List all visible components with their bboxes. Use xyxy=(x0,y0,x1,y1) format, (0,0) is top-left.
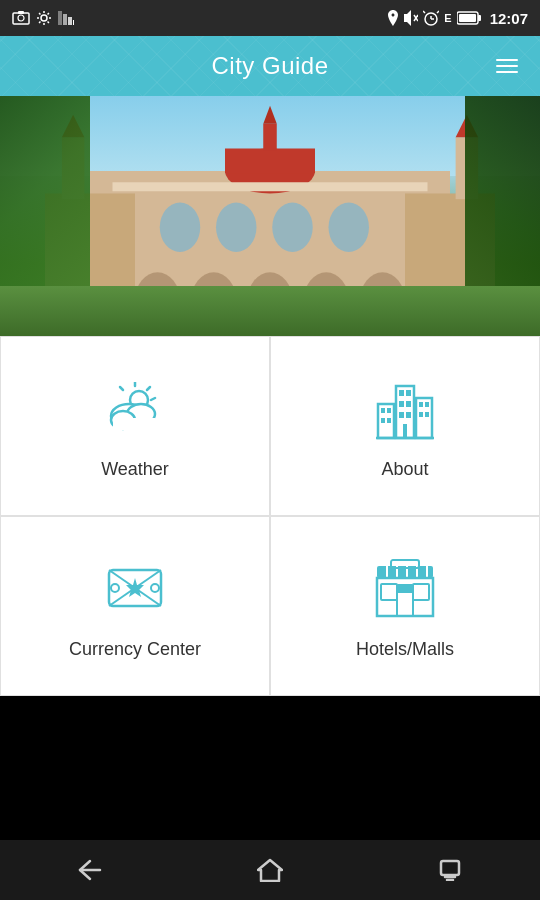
svg-point-24 xyxy=(329,203,370,253)
hero-image xyxy=(0,96,540,336)
svg-rect-55 xyxy=(406,401,411,407)
svg-rect-60 xyxy=(419,402,423,407)
ground xyxy=(0,286,540,336)
about-menu-item[interactable]: About xyxy=(270,336,540,516)
svg-rect-59 xyxy=(416,398,432,438)
svg-rect-81 xyxy=(397,584,413,592)
svg-line-38 xyxy=(147,387,150,390)
svg-point-70 xyxy=(151,584,159,592)
home-button[interactable] xyxy=(245,845,295,895)
svg-rect-52 xyxy=(399,390,404,396)
svg-rect-57 xyxy=(406,412,411,418)
settings-icon xyxy=(36,10,52,26)
app-title: City Guide xyxy=(211,52,328,80)
app-header: City Guide xyxy=(0,36,540,96)
network-type: E xyxy=(444,12,451,24)
svg-rect-14 xyxy=(478,15,481,21)
svg-rect-50 xyxy=(387,418,391,423)
svg-marker-68 xyxy=(126,578,144,597)
about-label: About xyxy=(381,459,428,480)
back-button[interactable] xyxy=(65,845,115,895)
weather-label: Weather xyxy=(101,459,169,480)
svg-rect-53 xyxy=(406,390,411,396)
svg-point-23 xyxy=(272,203,313,253)
svg-rect-6 xyxy=(68,17,72,25)
svg-rect-62 xyxy=(419,412,423,417)
clock-time: 12:07 xyxy=(490,10,528,27)
svg-marker-84 xyxy=(258,860,282,881)
weather-menu-item[interactable]: Weather xyxy=(0,336,270,516)
svg-point-69 xyxy=(111,584,119,592)
photo-icon xyxy=(12,11,30,25)
svg-rect-48 xyxy=(387,408,391,413)
svg-rect-58 xyxy=(403,424,407,438)
currency-label: Currency Center xyxy=(69,639,201,660)
svg-rect-54 xyxy=(399,401,404,407)
recent-button[interactable] xyxy=(425,845,475,895)
svg-rect-4 xyxy=(58,11,62,25)
alarm-icon xyxy=(423,10,439,26)
svg-rect-80 xyxy=(397,592,413,616)
status-bar: E 12:07 xyxy=(0,0,540,36)
svg-rect-63 xyxy=(425,412,429,417)
svg-point-21 xyxy=(160,203,201,253)
grid-menu: Weather xyxy=(0,336,540,696)
svg-rect-79 xyxy=(413,584,429,600)
battery-icon xyxy=(457,11,481,25)
location-icon xyxy=(387,10,399,26)
svg-rect-78 xyxy=(381,584,397,600)
svg-rect-47 xyxy=(381,408,385,413)
svg-rect-5 xyxy=(63,14,67,25)
svg-marker-36 xyxy=(263,106,277,124)
currency-icon xyxy=(100,553,170,623)
svg-rect-85 xyxy=(441,861,459,875)
svg-rect-29 xyxy=(113,182,428,191)
status-bar-right: E 12:07 xyxy=(387,10,528,27)
svg-point-1 xyxy=(18,15,24,21)
svg-line-40 xyxy=(151,398,155,400)
svg-rect-15 xyxy=(459,14,476,22)
svg-point-22 xyxy=(216,203,257,253)
svg-line-39 xyxy=(120,387,123,390)
hotels-menu-item[interactable]: Hotels/Malls xyxy=(270,516,540,696)
menu-button[interactable] xyxy=(490,53,524,79)
svg-rect-7 xyxy=(73,20,74,25)
currency-menu-item[interactable]: Currency Center xyxy=(0,516,270,696)
svg-rect-56 xyxy=(399,412,404,418)
svg-rect-35 xyxy=(263,124,277,151)
svg-rect-46 xyxy=(378,404,394,438)
svg-point-3 xyxy=(41,15,47,21)
about-icon xyxy=(370,373,440,443)
mute-icon xyxy=(404,10,418,26)
weather-icon xyxy=(100,373,170,443)
hotels-icon xyxy=(370,553,440,623)
hotels-label: Hotels/Malls xyxy=(356,639,454,660)
svg-rect-2 xyxy=(18,11,24,14)
status-bar-left xyxy=(12,10,74,26)
svg-rect-45 xyxy=(113,418,155,430)
svg-rect-61 xyxy=(425,402,429,407)
svg-rect-49 xyxy=(381,418,385,423)
svg-rect-18 xyxy=(225,149,315,174)
nav-bar xyxy=(0,840,540,900)
bars-icon xyxy=(58,11,74,25)
